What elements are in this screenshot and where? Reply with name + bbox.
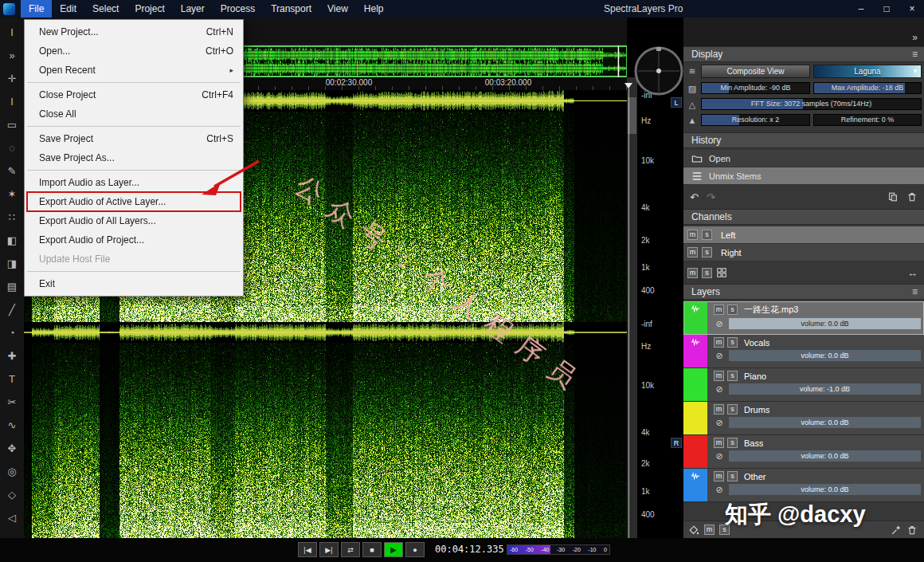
fft-size-slider[interactable]: FFT Size: 3072 samples (70ms/14Hz): [701, 98, 922, 110]
layer-row-drums[interactable]: msDrums⊘volume: 0.0 dB: [683, 402, 924, 435]
layer-mute-button[interactable]: m: [714, 404, 724, 415]
eraser-tool-icon[interactable]: ◧: [2, 229, 22, 252]
layer-volume-slider[interactable]: volume: 0.0 dB: [729, 350, 921, 361]
menu-project[interactable]: Project: [127, 0, 172, 18]
phase-invert-icon[interactable]: ⊘: [714, 319, 725, 329]
menu-layer[interactable]: Layer: [173, 0, 213, 18]
expand-panels-icon[interactable]: »: [912, 32, 918, 43]
menu-help[interactable]: Help: [356, 0, 392, 18]
refinement-icon[interactable]: ▲: [686, 115, 699, 127]
menu-item-export-audio-of-all-layers[interactable]: Export Audio of All Layers...: [25, 211, 243, 230]
loop-button[interactable]: ⇄: [341, 542, 360, 557]
phase-invert-icon[interactable]: ⊘: [714, 451, 725, 462]
playback-tool-icon[interactable]: ◁: [2, 506, 22, 529]
layer-solo-button[interactable]: s: [727, 404, 738, 415]
layer-volume-slider[interactable]: volume: -1.0 dB: [729, 383, 921, 395]
menu-item-close-all[interactable]: Close All: [25, 104, 243, 124]
layer-color-swatch[interactable]: [683, 402, 707, 434]
menu-file[interactable]: File: [21, 0, 52, 18]
go-to-start-button[interactable]: |◀: [298, 542, 317, 557]
composite-view-button[interactable]: Composite View: [701, 65, 810, 78]
dots-tool-icon[interactable]: ∷: [2, 206, 22, 229]
trash-history-icon[interactable]: [906, 191, 918, 202]
view-layers-icon[interactable]: ≋: [686, 65, 699, 77]
history-item-unmix-stems[interactable]: Unmix Stems: [683, 167, 924, 185]
layer-solo-button[interactable]: s: [727, 305, 738, 315]
undo-icon[interactable]: ↶: [690, 191, 699, 203]
layer-solo-button[interactable]: s: [727, 438, 738, 448]
heal-tool-icon[interactable]: ✚: [2, 344, 22, 367]
cut-tool-icon[interactable]: ✂: [2, 391, 22, 414]
phase-invert-icon[interactable]: ⊘: [714, 351, 725, 361]
menu-edit[interactable]: Edit: [52, 0, 84, 18]
clone-stamp-tool-icon[interactable]: ▤: [2, 275, 22, 298]
menu-item-open-recent[interactable]: Open Recent▸: [25, 61, 243, 80]
channel-solo-button[interactable]: s: [702, 230, 712, 240]
layer-solo-button[interactable]: s: [727, 471, 738, 481]
text-tool-icon[interactable]: T: [2, 367, 22, 391]
stop-button[interactable]: ■: [362, 542, 382, 557]
menu-process[interactable]: Process: [213, 0, 263, 18]
menu-select[interactable]: Select: [84, 0, 127, 18]
layer-volume-slider[interactable]: volume: 0.0 dB: [729, 450, 921, 462]
new-layer-mute-button[interactable]: m: [704, 525, 715, 535]
layer-mute-button[interactable]: m: [714, 337, 724, 348]
transform-tool-icon[interactable]: ✛: [2, 67, 22, 90]
zoom-tool-icon[interactable]: ◎: [2, 460, 22, 483]
3d-view-tool-icon[interactable]: ◇: [2, 483, 22, 506]
layer-volume-slider[interactable]: volume: 0.0 dB: [729, 318, 921, 329]
phase-invert-icon[interactable]: ⊘: [714, 418, 725, 428]
rectangle-selection-tool-icon[interactable]: ▭: [2, 113, 22, 136]
menu-transport[interactable]: Transport: [263, 0, 319, 18]
layer-color-swatch[interactable]: [683, 301, 707, 334]
layer-solo-button[interactable]: s: [727, 337, 738, 348]
unmix-wand-icon[interactable]: [891, 525, 902, 536]
resolution-slider[interactable]: Resolution: x 2: [701, 114, 810, 126]
display-menu-icon[interactable]: ≡: [912, 47, 918, 61]
layer-row-一路生花-mp3[interactable]: ms一路生花.mp3⊘volume: 0.0 dB: [683, 301, 924, 335]
phase-invert-icon[interactable]: ⊘: [714, 485, 725, 495]
resize-channels-icon[interactable]: ↔: [907, 267, 918, 279]
menu-item-open[interactable]: Open...Ctrl+O: [25, 41, 243, 61]
menu-item-close-project[interactable]: Close ProjectCtrl+F4: [25, 85, 243, 104]
fill-layer-icon[interactable]: [688, 525, 699, 536]
layer-solo-button[interactable]: s: [727, 371, 738, 381]
max-amplitude-slider[interactable]: Max Amplitude: -18 dB: [813, 82, 922, 94]
gum-tool-icon[interactable]: ◨: [2, 252, 22, 275]
frequency-pencil-tool-icon[interactable]: ∿: [2, 414, 22, 437]
time-selection-tool-icon[interactable]: I: [2, 90, 22, 113]
master-solo-button[interactable]: s: [702, 268, 712, 278]
channel-matrix-icon[interactable]: [716, 267, 727, 278]
text-cursor-tool-icon[interactable]: I: [2, 21, 22, 44]
master-mute-button[interactable]: m: [687, 268, 698, 278]
magic-wand-tool-icon[interactable]: ✶: [2, 183, 22, 206]
channel-solo-button[interactable]: s: [702, 247, 712, 257]
menu-item-exit[interactable]: Exit: [25, 274, 243, 293]
channel-row-right[interactable]: msRight: [683, 244, 924, 261]
layer-color-swatch[interactable]: [683, 435, 707, 468]
layer-color-swatch[interactable]: [683, 368, 707, 401]
menu-view[interactable]: View: [319, 0, 356, 18]
minimize-button[interactable]: –: [854, 3, 868, 14]
refinement-slider[interactable]: Refinement: 0 %: [813, 114, 922, 126]
pan-control[interactable]: [633, 45, 684, 96]
layer-row-piano[interactable]: msPiano⊘volume: -1.0 dB: [683, 368, 924, 402]
layer-row-other[interactable]: msOther⊘volume: 0.0 dB: [683, 469, 924, 502]
menu-item-new-project[interactable]: New Project...Ctrl+N: [25, 22, 243, 41]
layer-color-swatch[interactable]: [683, 469, 707, 501]
brush-selection-tool-icon[interactable]: ✎: [2, 159, 22, 183]
channel-row-left[interactable]: msLeft: [683, 226, 924, 244]
playhead-marker[interactable]: [624, 83, 632, 88]
phase-invert-icon[interactable]: ⊘: [714, 384, 725, 395]
copy-history-icon[interactable]: [887, 191, 899, 202]
collapse-tools-icon[interactable]: »: [2, 44, 22, 67]
layer-mute-button[interactable]: m: [714, 438, 724, 448]
channel-mute-button[interactable]: m: [687, 247, 698, 257]
transparency-icon[interactable]: ▨: [686, 83, 699, 95]
menu-item-export-audio-of-project[interactable]: Export Audio of Project...: [25, 230, 243, 250]
hand-tool-icon[interactable]: ✥: [2, 437, 22, 460]
maximize-button[interactable]: □: [879, 3, 894, 14]
lasso-selection-tool-icon[interactable]: ◌: [2, 136, 22, 159]
history-item-open[interactable]: Open: [683, 150, 924, 167]
layer-color-swatch[interactable]: [683, 335, 707, 367]
